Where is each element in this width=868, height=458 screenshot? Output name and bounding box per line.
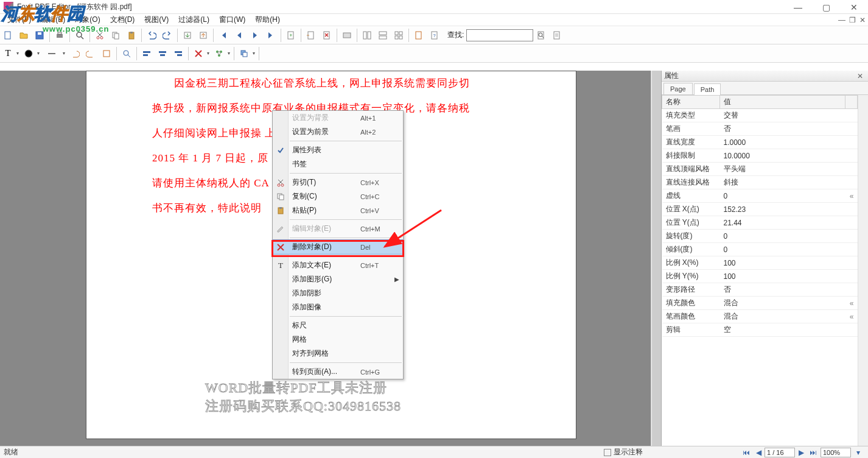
prev-page-button[interactable]: [233, 29, 246, 42]
open-button[interactable]: [17, 29, 30, 42]
context-menu-item[interactable]: 网格: [273, 333, 403, 347]
redo2-button[interactable]: [84, 47, 97, 60]
paste-button[interactable]: [125, 29, 138, 42]
property-row[interactable]: 笔画颜色混合«: [662, 310, 858, 323]
minimize-button[interactable]: —: [784, 0, 812, 14]
property-row[interactable]: 直线宽度1.0000: [662, 136, 858, 149]
insert-page-button[interactable]: +: [284, 29, 298, 42]
context-menu-item[interactable]: 添加图形(G)▶: [273, 272, 403, 286]
menu-file[interactable]: 文件(F): [2, 13, 36, 26]
property-row[interactable]: 笔画否: [662, 122, 858, 136]
property-row[interactable]: 直线连接风格斜接: [662, 176, 858, 189]
doc-scrollbar-vertical[interactable]: [651, 71, 661, 446]
context-menu-item[interactable]: 标尺: [273, 319, 403, 333]
next-page-button[interactable]: [248, 29, 262, 42]
help-button[interactable]: ?: [428, 29, 441, 42]
property-row[interactable]: 填充颜色混合«: [662, 297, 858, 310]
context-menu-item[interactable]: 书签: [273, 157, 403, 171]
color-tool-button[interactable]: ▾: [22, 47, 35, 60]
cut-button[interactable]: [93, 29, 107, 42]
last-page-nav[interactable]: ⏭: [808, 448, 819, 457]
find-button[interactable]: [73, 29, 86, 42]
page-indicator[interactable]: 1 / 16: [765, 448, 795, 457]
delete-tool-button[interactable]: ▾: [192, 47, 205, 60]
context-menu-item[interactable]: 添加图像: [273, 300, 403, 314]
tab-path[interactable]: Path: [694, 83, 721, 95]
prev-page-nav[interactable]: ◀: [753, 448, 764, 457]
properties-scrollbar[interactable]: [858, 95, 868, 446]
context-menu-item[interactable]: 添加阴影: [273, 286, 403, 300]
property-row[interactable]: 直线顶端风格平头端: [662, 163, 858, 176]
undo2-button[interactable]: [68, 47, 82, 60]
layout3-button[interactable]: [392, 29, 405, 42]
save-button[interactable]: [33, 29, 46, 42]
mdi-close[interactable]: ✕: [859, 16, 866, 24]
property-row[interactable]: 填充类型交替: [662, 109, 858, 122]
property-row[interactable]: 剪辑空: [662, 323, 858, 337]
import-button[interactable]: [181, 29, 194, 42]
options-button[interactable]: [412, 29, 425, 42]
zoom-tool-button[interactable]: [120, 47, 133, 60]
context-menu-item[interactable]: 复制(C)Ctrl+C: [273, 189, 403, 203]
align1-button[interactable]: [140, 47, 153, 60]
svg-line-44: [128, 55, 130, 57]
context-menu-item[interactable]: 对齐到网格: [273, 347, 403, 361]
new-button[interactable]: [1, 29, 15, 42]
menu-document[interactable]: 文档(D): [105, 13, 140, 26]
print-button[interactable]: [53, 29, 66, 42]
text-tool-button[interactable]: T▾: [1, 47, 15, 60]
menu-view[interactable]: 视图(V): [139, 13, 173, 26]
maximize-button[interactable]: ▢: [812, 0, 840, 14]
context-menu-item[interactable]: T添加文本(E)Ctrl+T: [273, 258, 403, 272]
context-menu-item[interactable]: 属性列表: [273, 143, 403, 157]
menu-window[interactable]: 窗口(W): [214, 13, 250, 26]
property-row[interactable]: 比例 X(%)100: [662, 256, 858, 270]
properties-tabs: Page Path: [662, 82, 868, 95]
align2-button[interactable]: [156, 47, 169, 60]
layout1-button[interactable]: [360, 29, 374, 42]
property-row[interactable]: 倾斜(度)0: [662, 243, 858, 256]
align3-button[interactable]: [172, 47, 185, 60]
property-row[interactable]: 斜接限制10.0000: [662, 149, 858, 163]
first-page-button[interactable]: [217, 29, 230, 42]
property-row[interactable]: 位置 X(点)152.23: [662, 203, 858, 216]
properties-close-button[interactable]: ✕: [855, 72, 866, 80]
insert-before-button[interactable]: [304, 29, 318, 42]
line-tool-button[interactable]: ▾: [43, 47, 61, 60]
menu-object[interactable]: 对象(O): [70, 13, 105, 26]
search-go-button[interactable]: [534, 29, 548, 42]
last-page-button[interactable]: [264, 29, 278, 42]
search-input[interactable]: [466, 29, 533, 41]
copy-button[interactable]: [109, 29, 122, 42]
search-list-button[interactable]: [550, 29, 564, 42]
menu-filter[interactable]: 过滤器(L): [173, 13, 214, 26]
redo-button[interactable]: [161, 29, 174, 42]
property-row[interactable]: 旋转(度)0: [662, 230, 858, 243]
undo-button[interactable]: [145, 29, 158, 42]
property-row[interactable]: 虚线0«: [662, 189, 858, 203]
first-page-nav[interactable]: ⏮: [741, 448, 752, 457]
context-menu-item[interactable]: 转到页面(A)...Ctrl+G: [273, 365, 403, 379]
context-menu-item[interactable]: 设置为前景Alt+2: [273, 125, 403, 139]
property-row[interactable]: 变形路径否: [662, 283, 858, 297]
zoom-indicator[interactable]: 100%: [821, 448, 851, 457]
show-annot-checkbox[interactable]: [604, 449, 611, 456]
properties-button[interactable]: [340, 29, 354, 42]
group-tool-button[interactable]: ▾: [212, 47, 226, 60]
mdi-restore[interactable]: ❐: [849, 16, 856, 24]
context-menu-item[interactable]: 剪切(T)Ctrl+X: [273, 175, 403, 189]
tool3-button[interactable]: [100, 47, 113, 60]
zoom-dropdown[interactable]: ▾: [853, 448, 864, 457]
export-button[interactable]: [197, 29, 210, 42]
property-row[interactable]: 比例 Y(%)100: [662, 270, 858, 283]
layer-tool-button[interactable]: ▾: [237, 47, 251, 60]
next-page-nav[interactable]: ▶: [796, 448, 807, 457]
close-button[interactable]: ✕: [840, 0, 868, 14]
mdi-minimize[interactable]: —: [838, 16, 845, 24]
tab-page[interactable]: Page: [663, 83, 693, 94]
delete-page-button[interactable]: [320, 29, 334, 42]
layout2-button[interactable]: [376, 29, 390, 42]
menu-help[interactable]: 帮助(H): [250, 13, 285, 26]
property-row[interactable]: 位置 Y(点)21.44: [662, 216, 858, 230]
menu-edit[interactable]: 编辑(E): [36, 13, 70, 26]
